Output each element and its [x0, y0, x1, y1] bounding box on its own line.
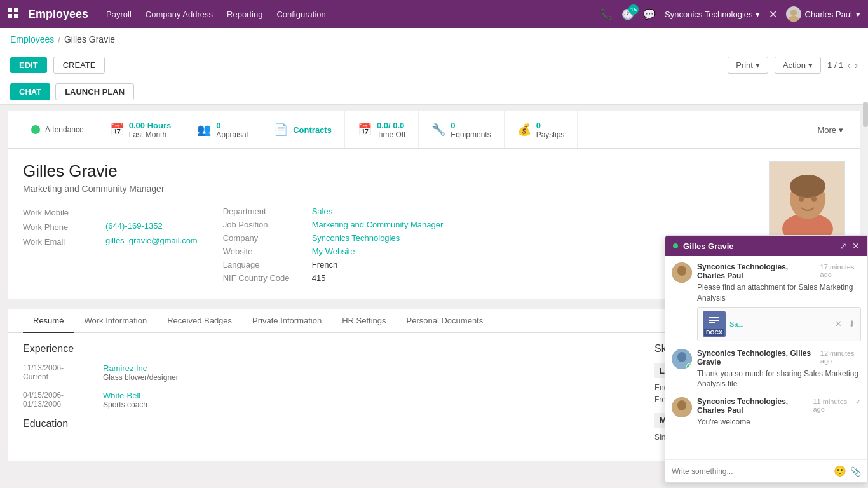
nav-payroll[interactable]: Payroll — [106, 10, 132, 19]
website-label: Website — [223, 247, 312, 256]
activity-count: 15 — [628, 4, 639, 15]
calendar-icon: 📅 — [110, 123, 124, 137]
prev-page-button[interactable]: ‹ — [847, 60, 850, 71]
emoji-button[interactable]: 🙂 — [834, 465, 846, 477]
department-link[interactable]: Sales — [312, 207, 333, 216]
settings-icon[interactable]: ✕ — [769, 8, 777, 20]
launch-plan-button[interactable]: LAUNCH PLAN — [55, 83, 134, 100]
next-page-button[interactable]: › — [855, 60, 858, 71]
contracts-stat[interactable]: 📄 Contracts — [261, 111, 345, 148]
tab-received-badges[interactable]: Received Badges — [157, 309, 242, 333]
chat-avatar-inner-0 — [672, 262, 692, 283]
user-menu[interactable]: Charles Paul ▾ — [786, 6, 860, 22]
svg-point-9 — [790, 175, 825, 198]
work-phone-link[interactable]: (644)-169-1352 — [105, 221, 163, 231]
exp-date-1: 04/15/2006- 01/13/2006 — [23, 391, 93, 409]
payslips-stat[interactable]: 💰 0 Payslips — [505, 111, 578, 148]
hours-stat[interactable]: 📅 0.00 Hours Last Month — [97, 111, 184, 148]
print-button[interactable]: Print ▾ — [728, 57, 768, 74]
tab-private-information[interactable]: Private Information — [242, 309, 332, 333]
tab-resume[interactable]: Resumé — [23, 309, 74, 333]
timeoff-stat[interactable]: 📅 0.0/ 0.0 Time Off — [345, 111, 419, 148]
company-field-link[interactable]: Synconics Technologies — [312, 233, 400, 243]
top-navigation: Employees Payroll Company Address Report… — [0, 0, 868, 28]
language-row: Language French — [223, 260, 444, 269]
chat-expand-button[interactable]: ⤢ — [839, 241, 847, 251]
checkmark-icon: ✓ — [855, 398, 861, 406]
edit-button[interactable]: EDIT — [10, 57, 47, 73]
activity-badge-wrap[interactable]: 🕐 15 — [621, 8, 634, 20]
attendance-stat[interactable]: Attendance — [18, 111, 97, 148]
chat-messages: Synconics Technologies, Charles Paul 17 … — [665, 256, 867, 459]
chat-avatar-2 — [672, 397, 692, 417]
breadcrumb-parent[interactable]: Employees — [10, 34, 54, 44]
tab-work-information[interactable]: Work Information — [74, 309, 157, 333]
employee-job-title: Marketing and Community Manager — [23, 184, 756, 194]
svg-point-23 — [677, 400, 686, 410]
svg-point-5 — [789, 16, 799, 22]
chat-message-1: Synconics Technologies, Gilles Gravie 12… — [672, 349, 861, 390]
svg-rect-16 — [709, 317, 719, 318]
chat-message-0: Synconics Technologies, Charles Paul 17 … — [672, 262, 861, 341]
topnav-right: 📞 🕐 15 💬 Synconics Technologies ▾ ✕ Char… — [600, 6, 860, 22]
chat-msg-header-1: Synconics Technologies, Gilles Gravie 12… — [697, 349, 861, 367]
tab-hr-settings[interactable]: HR Settings — [332, 309, 396, 333]
nif-label: NIF Country Code — [223, 273, 312, 283]
attachment-download-0[interactable]: ✕ — [835, 319, 842, 329]
job-position-link[interactable]: Marketing and Community Manager — [312, 220, 444, 229]
chat-msg-sender-0: Synconics Technologies, Charles Paul — [697, 262, 817, 280]
grid-icon[interactable] — [8, 8, 19, 21]
phone-icon[interactable]: 📞 — [600, 8, 613, 20]
company-field-label: Company — [223, 233, 312, 243]
education-title: Education — [23, 418, 635, 430]
nav-company-address[interactable]: Company Address — [146, 10, 213, 19]
contracts-value: Contracts — [293, 125, 332, 135]
company-selector[interactable]: Synconics Technologies ▾ — [665, 10, 760, 19]
attach-button[interactable]: 📎 — [850, 466, 861, 477]
job-position-label: Job Position — [223, 220, 312, 229]
department-value[interactable]: Sales — [312, 207, 333, 216]
job-position-value[interactable]: Marketing and Community Manager — [312, 220, 444, 229]
equipments-value: 0 — [451, 121, 491, 130]
chat-input[interactable] — [672, 467, 830, 476]
attachment-download-btn-0[interactable]: ⬇ — [848, 319, 855, 329]
svg-rect-17 — [709, 320, 719, 321]
svg-rect-0 — [8, 8, 12, 12]
action-chevron: ▾ — [808, 60, 813, 70]
chat-msg-text-1: Thank you so much for sharing Sales Mark… — [697, 369, 861, 390]
app-brand: Employees — [28, 8, 88, 21]
action-button[interactable]: Action ▾ — [775, 57, 821, 74]
equipments-stat[interactable]: 🔧 0 Equipments — [419, 111, 504, 148]
nav-reporting[interactable]: Reporting — [227, 10, 262, 19]
chat-msg-time-0: 17 minutes ago — [820, 263, 861, 278]
exp-details-1: White-Bell Sports coach — [103, 391, 147, 409]
exp-company-1: White-Bell — [103, 391, 147, 400]
chat-button[interactable]: CHAT — [10, 83, 50, 100]
chat-panel: Gilles Gravie ⤢ ✕ Synconics Technologies… — [665, 235, 868, 483]
nav-configuration[interactable]: Configuration — [276, 10, 325, 19]
chat-header-actions: ⤢ ✕ — [839, 241, 860, 251]
more-button[interactable]: More ▾ — [811, 125, 850, 135]
action-label: Action — [783, 60, 806, 70]
language-value: French — [312, 260, 337, 269]
tab-personal-documents[interactable]: Personal Documents — [397, 309, 494, 333]
scrollbar-thumb[interactable] — [863, 102, 868, 127]
breadcrumb-separator: / — [58, 35, 60, 44]
company-field-value[interactable]: Synconics Technologies — [312, 233, 400, 243]
chat-icon[interactable]: 💬 — [643, 8, 656, 20]
work-email-label: Work Email — [23, 236, 105, 247]
work-email-value[interactable]: gilles_gravie@gmail.com — [105, 236, 198, 247]
chat-close-button[interactable]: ✕ — [852, 241, 860, 251]
company-row: Company Synconics Technologies — [223, 233, 444, 243]
exp-role-0: Glass blower/designer — [103, 373, 179, 382]
website-value[interactable]: My Website — [312, 247, 355, 256]
website-link[interactable]: My Website — [312, 247, 355, 256]
exp-company-0: Ramirez Inc — [103, 363, 179, 373]
print-label: Print — [736, 60, 753, 70]
exp-date-0: 11/13/2006- Current — [23, 363, 93, 382]
create-button[interactable]: CREATE — [53, 57, 105, 74]
work-email-link[interactable]: gilles_gravie@gmail.com — [105, 236, 198, 245]
work-phone-value[interactable]: (644)-169-1352 — [105, 221, 163, 232]
appraisal-stat[interactable]: 👥 0 Appraisal — [184, 111, 261, 148]
page-navigation: 1 / 1 ‹ › — [827, 60, 858, 71]
